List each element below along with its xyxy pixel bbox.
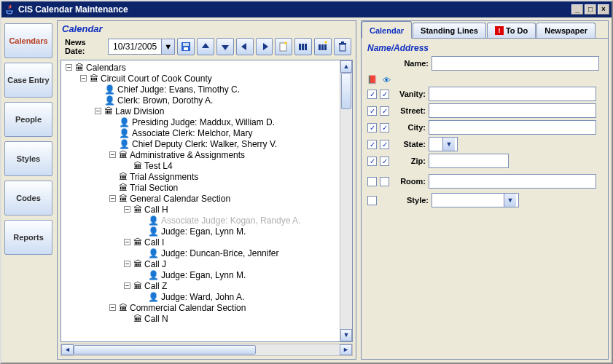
collapse-icon[interactable]: −	[124, 206, 130, 213]
checkbox[interactable]: ✓	[367, 140, 377, 149]
chevron-down-icon[interactable]: ▼	[161, 39, 174, 54]
checkbox[interactable]	[367, 177, 377, 186]
tree-row[interactable]: −🏛Call H	[63, 204, 340, 215]
tab-to-do[interactable]: !To Do	[487, 23, 536, 38]
tree-row[interactable]: 👤Presiding Judge: Maddux, William D.	[63, 116, 340, 127]
horizontal-scrollbar[interactable]: ◄ ►	[60, 344, 353, 356]
sidebar-item-calendars[interactable]: Calendars	[4, 23, 52, 58]
tree-row[interactable]: 👤Chief Judge: Evans, Timothy C.	[63, 84, 340, 95]
columns-button[interactable]	[294, 38, 312, 55]
scroll-thumb[interactable]	[74, 345, 256, 355]
export-columns-button[interactable]	[314, 38, 332, 55]
tree-row[interactable]: −🏛Circuit Court of Cook County	[63, 73, 340, 84]
zip-input[interactable]	[429, 154, 509, 168]
new-sparkle-button[interactable]	[275, 38, 292, 55]
building-icon: 🏛	[133, 205, 142, 215]
form-row-city: ✓ ✓ City:	[367, 120, 602, 135]
person-icon: 👤	[104, 84, 115, 95]
collapse-icon[interactable]: −	[124, 239, 130, 245]
sidebar-item-case-entry[interactable]: Case Entry	[4, 63, 52, 98]
calendar-tree[interactable]: −🏛Calendars −🏛Circuit Court of Cook Coun…	[61, 60, 340, 341]
close-button[interactable]: ×	[598, 4, 609, 15]
street-label: Street:	[394, 106, 426, 115]
collapse-icon[interactable]: −	[80, 75, 87, 82]
sidebar-item-reports[interactable]: Reports	[4, 220, 52, 255]
tab-newspaper[interactable]: Newspaper	[536, 23, 596, 38]
tree-row[interactable]: 👤Clerk: Brown, Dorothy A.	[63, 95, 340, 106]
name-input[interactable]	[432, 56, 599, 71]
save-button[interactable]	[177, 38, 195, 55]
date-picker[interactable]: 10/31/2005 ▼	[108, 39, 175, 55]
minimize-button[interactable]: _	[571, 4, 583, 15]
tree-row[interactable]: −🏛Call Z	[63, 280, 340, 291]
checkbox[interactable]: ✓	[380, 90, 389, 99]
tree-row[interactable]: −🏛Call J	[63, 258, 340, 269]
eye-icon: 👁	[383, 76, 391, 84]
tree-row[interactable]: 👤Judge: Duncan-Brice, Jennifer	[63, 248, 340, 258]
sidebar-item-styles[interactable]: Styles	[4, 141, 52, 176]
sidebar-item-codes[interactable]: Codes	[4, 181, 52, 215]
scroll-up-icon[interactable]: ▲	[340, 60, 352, 73]
tree-row[interactable]: 👤Judge: Egan, Lynn M.	[63, 226, 340, 237]
tree-row[interactable]: 👤Chief Deputy Clerk: Walker, Sherry V.	[63, 138, 340, 149]
tree-row[interactable]: 🏛Call N	[63, 313, 340, 324]
sidebar-item-people[interactable]: People	[4, 102, 52, 137]
tree-row[interactable]: −🏛Law Division	[63, 106, 340, 116]
collapse-icon[interactable]: −	[109, 195, 116, 202]
tree-row[interactable]: −🏛Commercial Calendar Section	[63, 302, 340, 313]
collapse-icon[interactable]: −	[109, 304, 116, 311]
vertical-scrollbar[interactable]: ▲ ▼	[340, 60, 352, 341]
tree-row[interactable]: −🏛Call I	[63, 237, 340, 248]
tree-row[interactable]: −🏛Administrative & Assignments	[63, 149, 340, 160]
checkbox[interactable]: ✓	[380, 106, 389, 116]
sidebar-label: Styles	[17, 154, 40, 163]
svg-marker-6	[263, 43, 268, 50]
collapse-icon[interactable]: −	[124, 282, 130, 289]
tree-row[interactable]: 🏛Trial Section	[63, 182, 340, 193]
move-down-button[interactable]	[216, 38, 234, 55]
collapse-icon[interactable]: −	[109, 151, 116, 158]
svg-rect-1	[183, 43, 189, 46]
checkbox[interactable]: ✓	[380, 140, 389, 149]
checkbox[interactable]: ✓	[367, 90, 377, 99]
collapse-icon[interactable]: −	[95, 108, 101, 114]
tree-row[interactable]: 👤Judge: Ward, John A.	[63, 291, 340, 302]
checkbox[interactable]: ✓	[367, 157, 377, 166]
move-up-button[interactable]	[197, 38, 214, 55]
room-input[interactable]	[429, 174, 596, 189]
scroll-down-icon[interactable]: ▼	[340, 329, 352, 341]
tree-row[interactable]: −🏛General Calendar Section	[63, 193, 340, 204]
vanity-input[interactable]	[429, 87, 596, 101]
checkbox[interactable]: ✓	[380, 123, 389, 132]
tree-row[interactable]: 👤Associate Clerk: Melchor, Mary	[63, 127, 340, 138]
checkbox[interactable]	[380, 177, 389, 186]
building-icon: 🏛	[119, 172, 128, 182]
city-input[interactable]	[429, 120, 596, 135]
tree-row[interactable]: 👤Judge: Egan, Lynn M.	[63, 269, 340, 280]
maximize-button[interactable]: □	[585, 4, 596, 15]
prev-button[interactable]	[236, 38, 254, 55]
checkbox[interactable]: ✓	[380, 157, 389, 166]
tab-standing-lines[interactable]: Standing Lines	[413, 23, 486, 38]
person-icon: 👤	[119, 117, 130, 127]
form-row-name: Name:	[367, 56, 602, 71]
collapse-icon[interactable]: −	[124, 261, 130, 267]
checkbox[interactable]: ✓	[367, 106, 377, 116]
style-select[interactable]: ▼	[432, 193, 519, 207]
scroll-left-icon[interactable]: ◄	[61, 344, 74, 355]
scroll-thumb[interactable]	[341, 73, 351, 109]
svg-rect-8	[299, 44, 301, 50]
checkbox[interactable]	[367, 196, 377, 205]
checkbox[interactable]: ✓	[367, 123, 377, 132]
tree-row[interactable]: 🏛Trial Assignments	[63, 171, 340, 182]
next-button[interactable]	[256, 38, 273, 55]
scroll-right-icon[interactable]: ►	[340, 344, 352, 355]
delete-button[interactable]	[334, 38, 351, 55]
tree-row[interactable]: 🏛Test L4	[63, 160, 340, 171]
street-input[interactable]	[429, 103, 596, 118]
tree-row[interactable]: −🏛Calendars	[63, 62, 340, 73]
collapse-icon[interactable]: −	[66, 64, 72, 71]
tab-calendar[interactable]: Calendar	[362, 21, 412, 39]
state-select[interactable]: ▼	[429, 137, 458, 151]
tree-row[interactable]: 👤Associate Judge: Kogan, Randye A.	[63, 215, 340, 226]
